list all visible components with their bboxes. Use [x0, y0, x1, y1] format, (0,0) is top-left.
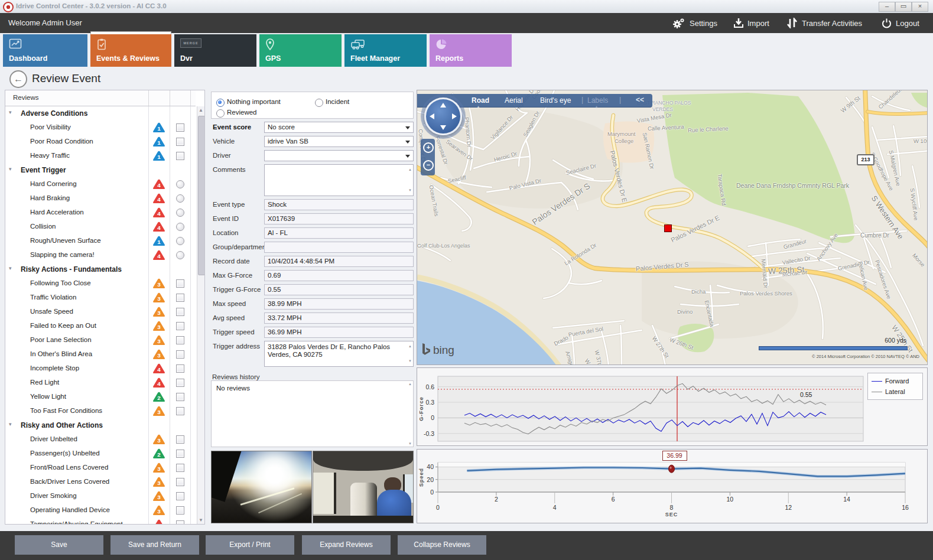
collapse-arrow-icon[interactable]: ▾ [9, 166, 12, 172]
tab-dashboard[interactable]: Dashboard [3, 34, 87, 67]
review-item-radio[interactable] [176, 223, 184, 231]
review-item-row[interactable]: Unsafe Speed3 [5, 305, 197, 320]
save-button[interactable]: Save [15, 535, 103, 555]
scroll-up-icon[interactable]: ▲ [199, 108, 203, 113]
review-item-row[interactable]: Slapping the camera!4 [5, 248, 197, 263]
review-item-row[interactable]: Heavy Traffic1 [5, 149, 197, 164]
road-camera-frame[interactable] [211, 451, 312, 523]
close-button[interactable]: × [912, 2, 928, 12]
zoom-out-button[interactable]: − [423, 160, 434, 171]
review-item-checkbox[interactable] [176, 364, 184, 373]
review-item-checkbox[interactable] [176, 350, 184, 359]
status-radio-nothing-important[interactable] [216, 99, 225, 107]
bing-map[interactable]: Conqueror DrForrestal DrSearaven DrPhant… [417, 90, 928, 365]
field-driver[interactable] [264, 150, 414, 161]
minimize-button[interactable]: – [879, 2, 895, 12]
review-item-radio[interactable] [176, 180, 184, 188]
review-item-checkbox[interactable] [176, 336, 184, 344]
review-item-row[interactable]: Following Too Close3 [5, 276, 197, 291]
transfer-activities-button[interactable]: Transfer Activities [787, 13, 862, 33]
export-print-button[interactable]: Export / Print [206, 535, 294, 555]
review-item-checkbox[interactable] [176, 379, 184, 387]
map-compass-control[interactable] [424, 97, 462, 135]
review-item-checkbox[interactable] [176, 506, 184, 515]
review-item-row[interactable]: Driver Smoking3 [5, 489, 197, 504]
field-event-score[interactable]: No score [264, 122, 414, 133]
collapse-arrow-icon[interactable]: ▾ [9, 421, 12, 427]
status-radio-incident[interactable] [315, 99, 323, 107]
collapse-reviews-button[interactable]: Collapse Reviews [398, 535, 486, 555]
review-item-row[interactable]: Poor Lane Selection3 [5, 333, 197, 348]
reviews-history-box[interactable]: No reviews ▲ ▼ [211, 380, 414, 447]
review-item-row[interactable]: Collision4 [5, 220, 197, 235]
review-item-checkbox[interactable] [176, 294, 184, 302]
save-and-return-button[interactable]: Save and Return [110, 535, 199, 555]
back-button[interactable]: ← [9, 70, 27, 88]
review-item-checkbox[interactable] [176, 152, 184, 160]
collapse-arrow-icon[interactable]: ▾ [9, 265, 12, 271]
review-item-row[interactable]: Poor Visibility1 [5, 121, 197, 135]
scroll-down-icon[interactable]: ▼ [408, 442, 412, 445]
reviews-scrollbar[interactable]: ▲ ▼ [197, 106, 205, 524]
review-item-checkbox[interactable] [176, 492, 184, 500]
pan-right-icon[interactable] [452, 113, 457, 119]
scroll-up-icon[interactable]: ▲ [408, 382, 412, 386]
review-item-row[interactable]: Incomplete Stop4 [5, 362, 197, 376]
review-item-row[interactable]: Hard Acceleration4 [5, 206, 197, 220]
zoom-in-button[interactable]: + [423, 142, 434, 153]
review-item-row[interactable]: Passenger(s) Unbelted2 [5, 447, 197, 461]
field-trigger-address[interactable]: 31828 Palos Verdes Dr E, Rancho Palos Ve… [264, 341, 414, 367]
review-item-radio[interactable] [176, 209, 184, 217]
map-style-birds-eye[interactable]: Bird's eye [540, 96, 571, 105]
review-item-radio[interactable] [176, 194, 184, 203]
review-item-row[interactable]: Back/Driver Lens Covered3 [5, 475, 197, 490]
review-item-checkbox[interactable] [176, 435, 184, 444]
review-item-checkbox[interactable] [176, 279, 184, 288]
logout-button[interactable]: Logout [882, 13, 919, 33]
map-labels-toggle[interactable]: Labels [587, 96, 608, 105]
review-item-checkbox[interactable] [176, 308, 184, 316]
review-item-row[interactable]: Hard Cornering4 [5, 177, 197, 192]
tab-gps[interactable]: GPS [259, 34, 342, 67]
review-item-row[interactable]: Too Fast For Conditions3 [5, 404, 197, 419]
tab-fleet-manager[interactable]: Fleet Manager [344, 34, 427, 67]
review-category-row[interactable]: ▾Event Trigger [5, 163, 197, 178]
review-item-row[interactable]: Red Light4 [5, 376, 197, 390]
maximize-button[interactable]: ▭ [895, 2, 912, 12]
review-item-row[interactable]: Failed to Keep an Out3 [5, 319, 197, 334]
map-style-aerial[interactable]: Aerial [505, 96, 523, 105]
review-item-row[interactable]: In Other's Blind Area3 [5, 347, 197, 362]
review-category-row[interactable]: ▾Risky and Other Actions [5, 418, 197, 433]
pan-left-icon[interactable] [430, 113, 434, 119]
review-item-row[interactable]: Yellow Light2 [5, 390, 197, 405]
review-item-radio[interactable] [176, 237, 184, 245]
review-item-checkbox[interactable] [176, 407, 184, 415]
tab-dvr[interactable]: MERGE Dvr [174, 34, 256, 67]
field-vehicle[interactable]: idrive Van SB [264, 136, 414, 147]
review-item-checkbox[interactable] [176, 322, 184, 330]
import-button[interactable]: Import [734, 13, 769, 33]
review-item-row[interactable]: Poor Road Condition1 [5, 135, 197, 149]
review-item-checkbox[interactable] [176, 138, 184, 146]
status-radio-reviewed[interactable] [216, 109, 225, 118]
tab-reports[interactable]: Reports [430, 34, 512, 67]
review-item-radio[interactable] [176, 251, 184, 259]
expand-reviews-button[interactable]: Expand Reviews [302, 535, 391, 555]
event-location-marker[interactable] [664, 224, 672, 232]
review-item-checkbox[interactable] [176, 393, 184, 401]
pan-down-icon[interactable] [440, 125, 446, 130]
collapse-toolbar-button[interactable]: << [636, 96, 644, 104]
collapse-arrow-icon[interactable]: ▾ [9, 109, 12, 115]
review-item-row[interactable]: Front/Road Lens Covered3 [5, 461, 197, 476]
review-item-checkbox[interactable] [176, 450, 184, 458]
scroll-down-icon[interactable]: ▼ [199, 517, 203, 523]
review-item-checkbox[interactable] [176, 478, 184, 486]
pan-up-icon[interactable] [440, 103, 446, 108]
review-item-row[interactable]: Hard Braking4 [5, 191, 197, 206]
review-item-row[interactable]: Operating Handled Device3 [5, 503, 197, 518]
tab-events-reviews[interactable]: Events & Reviews [90, 34, 171, 67]
field-comments[interactable]: ▲▼ [264, 164, 414, 196]
review-category-row[interactable]: ▾Adverse Conditions [5, 106, 197, 121]
review-item-checkbox[interactable] [176, 464, 184, 472]
review-item-row[interactable]: Driver Unbelted3 [5, 432, 197, 447]
